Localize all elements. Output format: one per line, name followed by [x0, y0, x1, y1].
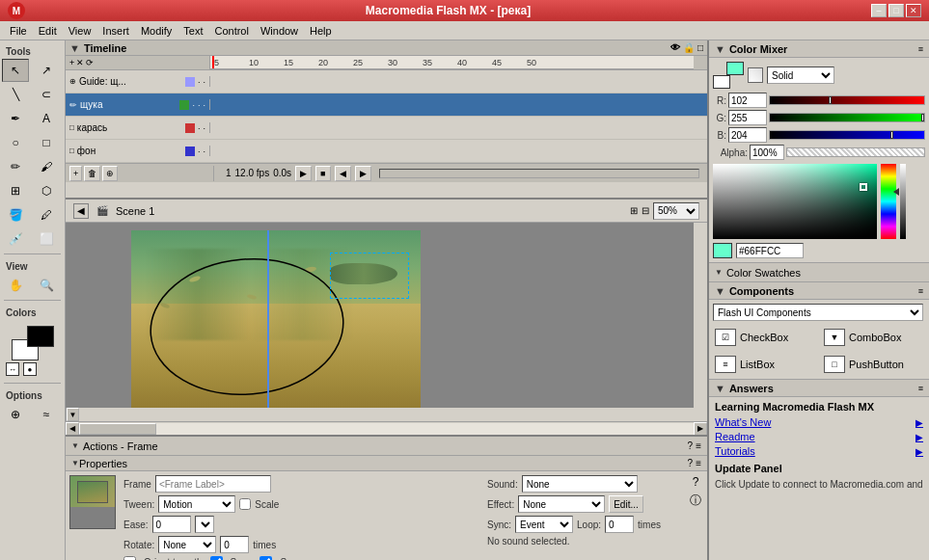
layer-карась-lock[interactable]: · — [203, 123, 205, 133]
sound-select[interactable]: None — [522, 475, 638, 493]
layer-щука-eye[interactable]: · — [192, 100, 195, 110]
answers-menu-icon[interactable]: ≡ — [918, 384, 923, 393]
layer-guide-eye[interactable]: · — [198, 77, 201, 87]
list-item[interactable]: □ PushButton — [822, 354, 925, 375]
tool-arrow[interactable]: ↖ — [2, 59, 29, 82]
components-menu-icon[interactable]: ≡ — [918, 286, 923, 296]
rotate-select[interactable]: None CW CCW Auto — [158, 536, 216, 553]
list-item[interactable]: ▼ ComboBox — [822, 327, 925, 348]
close-button[interactable]: ✕ — [906, 4, 921, 17]
maximize-button[interactable]: □ — [888, 4, 904, 17]
g-input[interactable] — [728, 110, 767, 125]
actions-help-icon[interactable]: ? — [688, 440, 694, 451]
vscroll-down[interactable]: ▼ — [67, 408, 79, 421]
add-guide-btn[interactable]: ⊕ — [102, 166, 118, 181]
option-smooth[interactable]: ≈ — [33, 403, 60, 426]
layer-фон-lock[interactable]: · — [203, 147, 205, 156]
hue-bar[interactable] — [881, 164, 896, 239]
hscroll-left[interactable]: ◀ — [66, 422, 79, 436]
frame-label-input[interactable] — [155, 475, 271, 493]
tween-select[interactable]: Motion Shape None — [158, 495, 235, 513]
delete-layer-icon[interactable]: ✕ — [76, 58, 84, 67]
answers-link-tutorials[interactable]: Tutorials ▶ — [715, 445, 923, 457]
play-btn[interactable]: ▶ — [295, 166, 312, 181]
table-row[interactable]: □ карась · · — [66, 117, 707, 140]
table-row[interactable]: □ фон · · — [66, 140, 707, 163]
r-input[interactable] — [728, 93, 767, 108]
edit-button[interactable]: Edit... — [609, 495, 643, 513]
tool-fill[interactable]: ⬡ — [33, 179, 60, 202]
default-colors-btn[interactable]: ● — [23, 362, 37, 376]
ease-input[interactable] — [152, 516, 191, 533]
list-item[interactable]: ≡ ListBox — [713, 354, 816, 375]
b-slider[interactable] — [769, 130, 925, 140]
sync-event-select[interactable]: Event Start Stop — [515, 516, 573, 533]
g-handle[interactable] — [921, 114, 924, 121]
tool-ink[interactable]: 🪣 — [2, 203, 29, 227]
delete-layer-btn[interactable]: 🗑 — [84, 166, 100, 181]
brightness-gradient[interactable] — [900, 164, 906, 239]
b-handle[interactable] — [890, 131, 893, 139]
scale-checkbox[interactable] — [239, 498, 251, 510]
layer-guide-lock[interactable]: · — [203, 77, 205, 87]
timeline-frame-icon[interactable]: □ — [697, 42, 703, 53]
menu-edit[interactable]: Edit — [33, 23, 63, 39]
tool-line[interactable]: ╲ — [2, 83, 29, 106]
layer-фон[interactable]: □ фон · · — [66, 146, 210, 156]
tool-oval[interactable]: ○ — [2, 131, 29, 154]
timeline-scrollbar[interactable] — [379, 169, 700, 178]
fill-color-box[interactable] — [726, 62, 744, 75]
layer-guide-щ[interactable]: ⊕ Guide: щ... · · — [66, 76, 210, 87]
effect-select[interactable]: None — [518, 495, 605, 513]
answers-collapse[interactable]: ▼ — [715, 383, 725, 394]
fit-width-icon[interactable]: ⊟ — [642, 205, 649, 216]
swap-colors-btn[interactable]: ↔ — [6, 362, 19, 376]
alpha-slider[interactable] — [786, 147, 925, 157]
list-item[interactable]: ☑ CheckBox — [713, 327, 816, 348]
properties-options-icon[interactable]: ≡ — [696, 458, 701, 468]
color-field[interactable] — [713, 164, 877, 239]
layer-фон-eye[interactable]: · — [198, 147, 201, 156]
snap-checkbox[interactable] — [260, 556, 272, 560]
actions-options-icon[interactable]: ≡ — [696, 440, 701, 451]
window-controls[interactable]: – □ ✕ — [871, 4, 921, 17]
prop-help-icon[interactable]: ? — [693, 475, 699, 489]
color-mixer-collapse[interactable]: ▼ — [715, 43, 725, 55]
tool-text[interactable]: A — [33, 107, 60, 130]
menu-text[interactable]: Text — [178, 23, 208, 39]
timeline-eye-icon[interactable]: 👁 — [670, 42, 680, 53]
menu-help[interactable]: Help — [304, 23, 338, 39]
add-layer-icon[interactable]: + — [69, 58, 74, 67]
menu-file[interactable]: File — [4, 23, 33, 39]
tool-eyedropper[interactable]: 💉 — [2, 227, 29, 251]
components-type-select[interactable]: Flash UI Components — [713, 304, 923, 321]
prev-frame-btn[interactable]: ◀ — [335, 166, 351, 181]
stage-hscroll[interactable]: ◀ ▶ — [66, 421, 707, 435]
layer-карась-eye[interactable]: · — [198, 123, 201, 133]
table-row[interactable]: ⊕ Guide: щ... · · — [66, 70, 707, 93]
tool-zoom[interactable]: 🔍 — [33, 274, 60, 297]
tool-freexform[interactable]: ⊞ — [2, 179, 29, 202]
r-handle[interactable] — [829, 96, 832, 104]
playhead[interactable] — [212, 56, 214, 69]
layer-карась[interactable]: □ карась · · — [66, 122, 210, 133]
tool-pen[interactable]: ✒ — [2, 107, 29, 130]
menu-window[interactable]: Window — [255, 23, 304, 39]
components-collapse[interactable]: ▼ — [715, 285, 725, 297]
timeline-lock-icon[interactable]: 🔒 — [683, 42, 695, 53]
option-magnet[interactable]: ⊕ — [2, 403, 29, 426]
hscroll-track[interactable] — [79, 423, 694, 435]
loop-input[interactable] — [605, 516, 634, 533]
tool-rect[interactable]: □ — [33, 131, 60, 154]
g-slider[interactable] — [769, 113, 925, 122]
timeline-collapse[interactable]: ▼ — [69, 42, 80, 54]
hex-input[interactable] — [736, 243, 804, 258]
tool-subselect[interactable]: ↗ — [33, 59, 60, 82]
properties-collapse[interactable]: ▼ — [71, 459, 79, 467]
foreground-color-box[interactable] — [27, 326, 54, 347]
hscroll-right[interactable]: ▶ — [694, 422, 707, 436]
alpha-input[interactable] — [750, 145, 784, 160]
layer-щука-outline[interactable]: · — [203, 100, 205, 110]
color-mixer-menu-icon[interactable]: ≡ — [918, 44, 923, 54]
actions-collapse[interactable]: ▼ — [71, 441, 79, 450]
